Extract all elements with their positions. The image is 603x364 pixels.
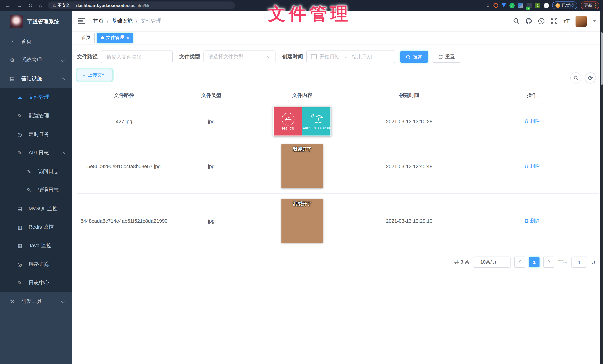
file-content-cell: 我裂开了 xyxy=(251,199,353,243)
sidebar-item-trace[interactable]: ◎ 链路追踪 xyxy=(0,255,72,273)
upload-file-button[interactable]: + 上传文件 xyxy=(77,69,112,81)
sidebar-item-access-log[interactable]: ✎ 访问日志 xyxy=(0,162,72,181)
reset-button[interactable]: 重置 xyxy=(433,51,460,63)
help-icon[interactable]: ? xyxy=(538,18,545,24)
active-tab-dot xyxy=(101,36,104,39)
sidebar-item-file[interactable]: ☁ 文件管理 xyxy=(0,88,72,107)
next-page-button[interactable] xyxy=(543,257,554,268)
search-icon xyxy=(406,54,411,59)
sidebar-item-system[interactable]: ⚙ 系统管理 xyxy=(0,51,72,69)
user-avatar[interactable] xyxy=(576,15,587,27)
back-icon[interactable]: ← xyxy=(5,2,10,8)
tab-label: 文件管理 xyxy=(106,34,124,41)
clock-icon: ◷ xyxy=(17,131,23,137)
sidebar-item-devtools[interactable]: ⚒ 研发工具 xyxy=(0,292,72,311)
sidebar-item-label: 基础设施 xyxy=(21,75,42,82)
github-icon[interactable] xyxy=(526,18,532,24)
file-type-cell: jpg xyxy=(171,119,251,124)
breadcrumb-home[interactable]: 首页 xyxy=(93,18,104,24)
sidebar-item-infra[interactable]: ▤ 基础设施 xyxy=(0,69,72,88)
page-1-button[interactable]: 1 xyxy=(529,257,540,267)
search-icon[interactable] xyxy=(513,18,520,24)
sidebar-item-label: Redis 监控 xyxy=(29,224,54,230)
prev-page-button[interactable] xyxy=(514,257,525,268)
extension-icon[interactable]: ✓ xyxy=(510,3,515,8)
sidebar-item-java[interactable]: ▦ Java 监控 xyxy=(0,237,72,255)
type-select[interactable]: 请选择文件类型 xyxy=(203,50,276,63)
sidebar-item-error-log[interactable]: ✎ 错误日志 xyxy=(0,181,72,199)
search-button-label: 搜索 xyxy=(413,54,423,60)
fullscreen-icon[interactable] xyxy=(551,18,557,24)
address-bar[interactable]: ⚠ 不安全 dashboard.yudao.iocoder.cn /infra/… xyxy=(48,1,235,9)
font-size-icon[interactable]: тT xyxy=(563,18,569,24)
user-menu-caret-icon[interactable] xyxy=(593,20,596,22)
create-time-cell: 2021-03-13 12:29:10 xyxy=(353,218,465,224)
not-secure-label[interactable]: 不安全 xyxy=(58,3,70,8)
scrollbar-thumb[interactable] xyxy=(601,32,603,85)
refresh-table-button[interactable]: ⟳ xyxy=(585,72,596,83)
date-separator: - xyxy=(345,54,347,60)
sidebar-item-label: API 日志 xyxy=(29,150,49,156)
home-icon[interactable]: ⌂ xyxy=(39,2,42,8)
sidebar-item-label: 系统管理 xyxy=(21,57,42,64)
file-type-cell: jpg xyxy=(171,218,251,224)
sidebar-item-mysql[interactable]: ▤ MySQL 监控 xyxy=(0,199,72,218)
extension-icon[interactable] xyxy=(518,3,523,8)
sidebar-item-api-log[interactable]: ✎ API 日志 xyxy=(0,144,72,162)
browser-menu-icon[interactable] xyxy=(595,3,596,8)
goto-page-input[interactable] xyxy=(573,259,586,265)
profile-paused-badge[interactable]: 已暂停 xyxy=(552,1,577,9)
bookmark-star-icon[interactable]: ☆ xyxy=(486,3,490,8)
column-header: 文件类型 xyxy=(171,92,251,99)
date-range-picker[interactable]: 开始日期 - 结束日期 xyxy=(306,50,395,63)
browser-chrome: ← → ↻ ⌂ ⚠ 不安全 dashboard.yudao.iocoder.cn… xyxy=(0,0,603,11)
breadcrumb-separator: / xyxy=(136,18,137,24)
breadcrumb-infra[interactable]: 基础设施 xyxy=(112,18,133,24)
sidebar-item-log-center[interactable]: ✎ 日志中心 xyxy=(0,273,72,292)
app-logo xyxy=(10,15,23,28)
delete-button[interactable]: 删除 xyxy=(524,163,540,170)
date-filter-label: 创建时间 xyxy=(282,54,303,60)
trash-icon xyxy=(524,164,529,169)
extensions-puzzle-icon[interactable] xyxy=(544,3,549,8)
delete-button[interactable]: 删除 xyxy=(524,217,540,224)
search-button[interactable]: 搜索 xyxy=(400,51,428,63)
sidebar-item-home[interactable]: ◔ 首页 xyxy=(0,32,72,51)
sidebar-item-label: 配置管理 xyxy=(29,113,49,119)
extension-icon[interactable] xyxy=(502,3,506,7)
path-input[interactable] xyxy=(106,54,168,60)
forward-icon[interactable]: → xyxy=(17,2,22,8)
page-size-select[interactable]: 10条/页 xyxy=(473,257,510,268)
delete-button[interactable]: 删除 xyxy=(524,118,540,125)
app-logo-row[interactable]: 芋道管理系统 xyxy=(0,11,72,32)
sidebar-item-label: 链路追踪 xyxy=(29,261,49,268)
tab-home[interactable]: 首页 xyxy=(78,33,95,43)
sidebar: 芋道管理系统 ◔ 首页 ⚙ 系统管理 ▤ 基础设施 ☁ 文件管理 xyxy=(0,11,72,364)
extension-icon[interactable]: 2 xyxy=(535,3,540,8)
delete-label: 删除 xyxy=(530,217,540,224)
sidebar-item-redis[interactable]: ▥ Redis 监控 xyxy=(0,218,72,237)
file-thumbnail[interactable]: 我裂开了 xyxy=(281,144,323,188)
scrollbar[interactable] xyxy=(600,11,603,364)
extension-icon[interactable] xyxy=(493,3,498,8)
tags-view-bar: 首页 文件管理 × xyxy=(72,32,603,44)
toggle-search-button[interactable] xyxy=(570,72,581,83)
type-filter-label: 文件类型 xyxy=(179,54,200,60)
monitor-icon: ▤ xyxy=(9,76,15,82)
file-thumbnail[interactable]: 我裂开了 xyxy=(281,199,323,243)
extension-icon[interactable]: on xyxy=(526,3,532,8)
cloud-upload-icon: ☁ xyxy=(17,94,23,100)
close-icon[interactable]: × xyxy=(127,35,129,40)
chrome-update-button[interactable]: 更新 xyxy=(581,1,599,9)
goto-page-input-wrap xyxy=(571,257,587,268)
sidebar-collapse-icon[interactable] xyxy=(78,18,85,24)
file-path-cell: 5e8609290e915c4fa8b08e67.jpg xyxy=(77,163,171,169)
thumbnail-caption: 996.ICU xyxy=(282,126,294,130)
create-time-cell: 2021-03-13 13:10:28 xyxy=(353,119,465,124)
tab-file-management[interactable]: 文件管理 × xyxy=(97,33,133,43)
sidebar-item-job[interactable]: ◷ 定时任务 xyxy=(0,125,72,144)
reload-icon[interactable]: ↻ xyxy=(28,2,33,8)
file-thumbnail[interactable]: 996.ICU xyxy=(273,107,331,136)
chevron-right-icon xyxy=(546,260,550,264)
sidebar-item-config[interactable]: ✎ 配置管理 xyxy=(0,107,72,125)
